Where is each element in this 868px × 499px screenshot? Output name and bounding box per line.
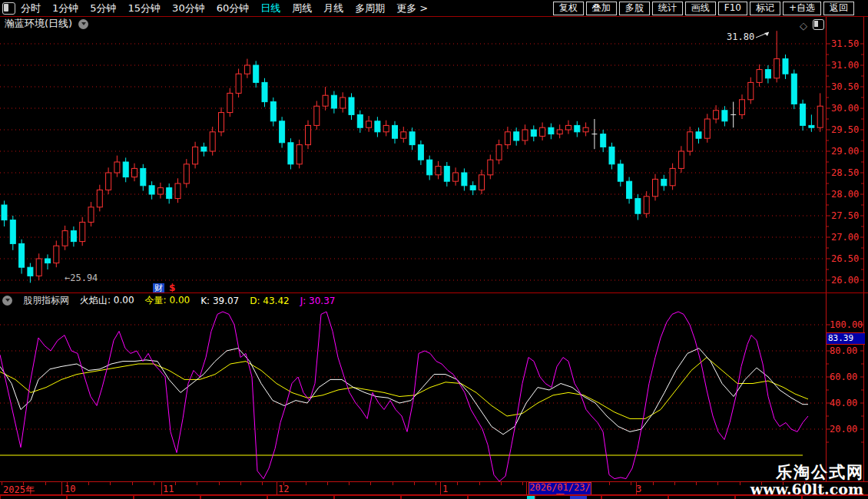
- panel-toggle-icon[interactable]: [813, 19, 824, 30]
- date-tick: [717, 482, 718, 485]
- high-price-annotation: 31.80: [727, 31, 754, 42]
- bottom-tab-cell[interactable]: [0, 495, 67, 499]
- watermark-url: www.60lt.com: [750, 481, 863, 497]
- dividend-badge[interactable]: $: [169, 283, 175, 293]
- toolbar-button-+自选[interactable]: +自选: [783, 2, 821, 15]
- date-label-10: 10: [65, 484, 75, 494]
- bottom-tab-cell[interactable]: [401, 495, 468, 499]
- price-axis-label: 27.00: [831, 232, 859, 243]
- date-tick: [414, 482, 415, 485]
- indicator-axis-label: 20.00: [830, 424, 857, 435]
- toolbar-button-画线[interactable]: 画线: [685, 2, 716, 15]
- watermark-site-name: 乐淘公式网: [776, 461, 864, 483]
- date-tick: [262, 482, 263, 485]
- period-tab-更多 >[interactable]: 更多 >: [396, 2, 428, 15]
- panel-divider: [0, 292, 868, 293]
- bottom-tab-cell[interactable]: [468, 495, 535, 499]
- bottom-tab-cell[interactable]: [601, 495, 668, 499]
- period-tab-15分钟[interactable]: 15分钟: [128, 2, 161, 15]
- period-tab-5分钟[interactable]: 5分钟: [90, 2, 116, 15]
- toolbar-button-多股[interactable]: 多股: [619, 2, 650, 15]
- date-tick: [197, 482, 197, 485]
- date-tick: [110, 482, 111, 485]
- bottom-toolbar-clipped: [0, 495, 868, 499]
- toolbar-button-叠加[interactable]: 叠加: [586, 2, 617, 15]
- chevron-down-icon[interactable]: [78, 19, 88, 29]
- date-tick: [370, 482, 371, 485]
- date-tick: [436, 482, 436, 485]
- month-boundary-tick: [161, 482, 162, 494]
- period-tab-30分钟[interactable]: 30分钟: [172, 2, 205, 15]
- bottom-tab-cell[interactable]: [535, 495, 601, 499]
- date-tick: [306, 482, 306, 485]
- date-tick: [88, 482, 89, 485]
- date-tick: [132, 482, 133, 485]
- price-axis-label: 28.50: [831, 167, 859, 178]
- indicator-axis-label: 100.00: [830, 319, 863, 330]
- price-axis-label: 28.00: [831, 189, 859, 200]
- toolbar-button-统计[interactable]: 统计: [652, 2, 683, 15]
- indicator-chart-canvas[interactable]: 100.0080.0060.0040.0020.00: [0, 307, 868, 481]
- period-tab-60分钟[interactable]: 60分钟: [217, 2, 250, 15]
- candlestick-chart-canvas[interactable]: 31.5031.0030.5030.0029.5029.0028.5028.00…: [0, 17, 868, 293]
- indicator-value-3: K: 39.07: [200, 296, 239, 306]
- date-label-1: 1: [442, 484, 448, 494]
- period-tab-1分钟[interactable]: 1分钟: [52, 2, 78, 15]
- period-tab-日线[interactable]: 日线: [260, 2, 280, 15]
- date-label-3: 3: [636, 484, 641, 494]
- period-tab-周线[interactable]: 周线: [292, 2, 312, 15]
- price-axis-label: 27.50: [831, 210, 859, 221]
- period-tab-多周期[interactable]: 多周期: [355, 2, 385, 15]
- date-tick: [544, 482, 545, 485]
- price-axis-label: 29.50: [831, 124, 859, 135]
- date-tick: [566, 482, 567, 485]
- diamond-icon[interactable]: ◇: [800, 20, 807, 31]
- price-axis-label: 29.00: [831, 146, 859, 157]
- axis-cursor-value: 83.39: [827, 332, 865, 345]
- price-axis-label: 31.50: [831, 38, 859, 49]
- date-tick: [479, 482, 480, 485]
- bottom-tab-cell[interactable]: [334, 495, 401, 499]
- bottom-tab-cell[interactable]: [668, 495, 735, 499]
- date-tick: [457, 482, 458, 485]
- date-tick: [175, 482, 176, 485]
- date-label-12: 12: [278, 484, 289, 494]
- indicator-value-0: 股朋指标网: [23, 294, 69, 307]
- selected-date-badge[interactable]: 2026/01/23/五: [528, 482, 591, 495]
- period-tab-分时[interactable]: 分时: [21, 2, 41, 15]
- kdj-line-J: [0, 312, 808, 481]
- bottom-tab-cell[interactable]: [134, 495, 200, 499]
- kdj-line-K: [0, 349, 808, 435]
- toolbar-button-标记[interactable]: 标记: [750, 2, 780, 15]
- indicator-axis-label: 60.00: [830, 372, 857, 382]
- indicator-axis-label: 80.00: [830, 345, 857, 356]
- month-boundary-tick: [61, 482, 62, 494]
- bottom-tab-cell[interactable]: [267, 495, 334, 499]
- date-axis[interactable]: 2026/01/23/五 2025年10111213: [0, 482, 868, 494]
- month-boundary-tick: [526, 482, 527, 494]
- period-menu: 分时1分钟5分钟15分钟30分钟60分钟日线周线月线多周期更多 >: [21, 2, 428, 15]
- date-tick: [696, 482, 697, 485]
- toolbar-button-复权[interactable]: 复权: [553, 2, 584, 15]
- date-tick: [501, 482, 502, 485]
- chart-title: 瀚蓝环境(日线): [5, 17, 72, 31]
- bottom-tab-cell[interactable]: [200, 495, 267, 499]
- period-tab-月线[interactable]: 月线: [323, 2, 343, 15]
- date-tick: [653, 482, 654, 485]
- date-tick: [631, 482, 631, 485]
- indicator-axis-label: 40.00: [830, 398, 857, 408]
- month-boundary-tick: [440, 482, 441, 494]
- date-axis-top-border: [0, 481, 868, 482]
- date-tick: [240, 482, 241, 485]
- toolbar-button-返回[interactable]: 返回: [823, 2, 854, 15]
- window-split-icon[interactable]: [2, 2, 15, 15]
- indicator-header: 股朋指标网火焰山: 0.00今量: 0.00K: 39.07D: 43.42J:…: [2, 295, 335, 306]
- right-border-line: [863, 17, 864, 494]
- indicator-chevron-down-icon[interactable]: [2, 296, 12, 306]
- date-tick: [45, 482, 46, 485]
- toolbar-button-F10[interactable]: F10: [718, 2, 747, 15]
- date-tick: [740, 482, 740, 485]
- date-tick: [393, 482, 393, 485]
- price-axis-label: 26.50: [831, 253, 859, 264]
- bottom-tab-cell[interactable]: [67, 495, 134, 499]
